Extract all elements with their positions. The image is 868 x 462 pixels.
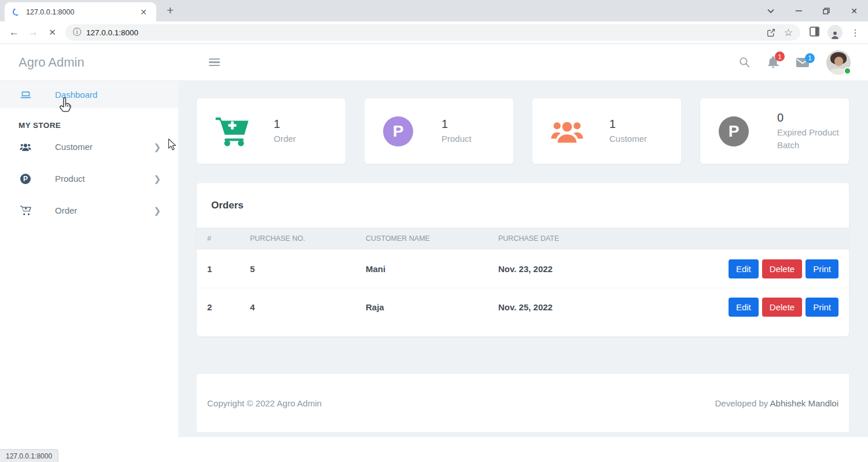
column-header: CUSTOMER NAME (366, 234, 498, 243)
sidebar-item-order[interactable]: Order ❯ (0, 195, 178, 226)
sidebar-item-label: Dashboard (55, 90, 97, 100)
sidebar: Dashboard MY STORE Customer ❯ (0, 81, 178, 437)
status-url-tooltip: 127.0.0.1:8000 (0, 449, 58, 462)
forward-button[interactable]: → (24, 23, 43, 42)
orders-table-header: # PURCHASE NO. CUSTOMER NAME PURCHASE DA… (197, 228, 849, 250)
cell-customer: Raja (366, 302, 498, 312)
app-brand: Agro Admin (0, 55, 178, 70)
stat-label: Expired Product Batch (777, 126, 840, 152)
stat-label: Product (442, 133, 472, 145)
site-info-icon[interactable]: ⓘ (73, 27, 81, 38)
stat-card-product: P 1 Product (365, 98, 513, 164)
new-tab-button[interactable]: + (167, 4, 174, 17)
cart-icon (20, 206, 31, 215)
side-panel-icon[interactable] (810, 27, 819, 39)
expired-batch-p-icon: P (719, 116, 777, 146)
copyright-text: Copyright © 2022 Agro Admin (207, 398, 322, 408)
stat-card-customer: 1 Customer (532, 98, 681, 164)
header-actions: 1 1 (739, 50, 868, 75)
notification-badge: 1 (775, 52, 785, 61)
sidebar-toggle-button[interactable] (207, 56, 222, 69)
cell-purchase-no: 5 (250, 264, 366, 274)
search-icon[interactable] (739, 57, 750, 68)
cell-customer: Mani (366, 264, 498, 274)
product-p-icon: P (20, 174, 31, 184)
window-controls: ✕ (757, 0, 868, 21)
cell-index: 1 (207, 264, 250, 274)
footer: Copyright © 2022 Agro Admin Developed by… (197, 374, 849, 432)
row-actions: Edit Delete Print (729, 298, 838, 317)
close-window-button[interactable]: ✕ (840, 0, 868, 21)
edit-button[interactable]: Edit (729, 259, 759, 278)
column-header: PURCHASE NO. (250, 234, 366, 243)
delete-button[interactable]: Delete (762, 298, 802, 317)
address-bar[interactable]: ⓘ 127.0.0.1:8000 ☆ (65, 24, 800, 41)
url-text[interactable]: 127.0.0.1:8000 (86, 28, 758, 37)
browser-menu-icon[interactable]: ⋮ (851, 27, 860, 38)
orders-title: Orders (197, 183, 849, 228)
chevron-right-icon: ❯ (153, 142, 161, 152)
tab-close-icon[interactable]: ✕ (137, 6, 150, 18)
cell-index: 2 (207, 302, 250, 312)
stat-label: Customer (609, 133, 647, 145)
tab-strip: 127.0.0.1:8000 ✕ + ✕ (0, 0, 868, 21)
message-badge: 1 (805, 53, 815, 63)
page-body: Dashboard MY STORE Customer ❯ (0, 81, 868, 437)
toolbar-right: ⋮ (804, 25, 863, 40)
sidebar-item-dashboard[interactable]: Dashboard (0, 81, 178, 108)
notifications-bell-icon[interactable]: 1 (767, 56, 779, 68)
stat-cards: 1 Order P 1 Product (197, 98, 849, 164)
table-row: 2 4 Raja Nov. 25, 2022 Edit Delete Print (197, 288, 849, 326)
stat-value: 1 (274, 118, 296, 131)
cell-date: Nov. 23, 2022 (498, 264, 729, 274)
tab-title: 127.0.0.1:8000 (26, 8, 137, 16)
sidebar-item-label: Product (55, 174, 85, 184)
developer-link[interactable]: Abhishek Mandloi (770, 398, 838, 408)
developed-by-text: Developed by Abhishek Mandloi (715, 398, 838, 408)
column-header: PURCHASE DATE (498, 234, 838, 243)
app-header: Agro Admin 1 1 (0, 44, 868, 81)
user-avatar[interactable] (826, 50, 851, 75)
tab-loading-spinner-icon (12, 7, 21, 17)
print-button[interactable]: Print (806, 259, 838, 278)
sidebar-item-label: Customer (55, 142, 93, 152)
tab-search-chevron-icon[interactable] (757, 0, 785, 21)
stat-value: 1 (609, 118, 647, 131)
stat-label: Order (274, 133, 296, 145)
chevron-right-icon: ❯ (153, 174, 161, 184)
users-icon (551, 119, 609, 144)
browser-toolbar: ← → ✕ ⓘ 127.0.0.1:8000 ☆ ⋮ (0, 21, 868, 44)
cell-purchase-no: 4 (250, 302, 366, 312)
print-button[interactable]: Print (806, 298, 838, 317)
users-icon (20, 142, 31, 152)
bookmark-star-icon[interactable]: ☆ (784, 27, 793, 39)
share-icon[interactable] (766, 28, 776, 38)
messages-envelope-icon[interactable]: 1 (796, 58, 809, 67)
stat-value: 1 (442, 118, 472, 131)
delete-button[interactable]: Delete (762, 259, 802, 278)
laptop-icon (20, 90, 31, 100)
edit-button[interactable]: Edit (729, 298, 759, 317)
stop-loading-button[interactable]: ✕ (43, 23, 62, 42)
back-button[interactable]: ← (5, 23, 24, 42)
stat-card-order: 1 Order (197, 98, 345, 164)
cell-date: Nov. 25, 2022 (498, 302, 729, 312)
browser-window: 127.0.0.1:8000 ✕ + ✕ ← → ✕ ⓘ 127.0.0.1:8… (0, 0, 868, 462)
sidebar-item-customer[interactable]: Customer ❯ (0, 131, 178, 163)
table-row: 1 5 Mani Nov. 23, 2022 Edit Delete Print (197, 250, 849, 288)
minimize-button[interactable] (785, 0, 812, 21)
online-status-dot (844, 67, 851, 75)
main-content: 1 Order P 1 Product (178, 81, 868, 437)
orders-card: Orders # PURCHASE NO. CUSTOMER NAME PURC… (197, 183, 849, 336)
column-header: # (207, 234, 250, 243)
sidebar-item-product[interactable]: P Product ❯ (0, 163, 178, 195)
sidebar-item-label: Order (55, 206, 77, 215)
browser-profile-icon[interactable] (827, 25, 843, 40)
restore-button[interactable] (812, 0, 840, 21)
product-p-icon: P (383, 116, 442, 146)
row-actions: Edit Delete Print (729, 259, 838, 278)
sidebar-section-title: MY STORE (19, 121, 178, 130)
stat-card-expired-batch: P 0 Expired Product Batch (700, 98, 849, 164)
developed-by-label: Developed by (715, 398, 770, 408)
browser-tab[interactable]: 127.0.0.1:8000 ✕ (5, 2, 156, 21)
